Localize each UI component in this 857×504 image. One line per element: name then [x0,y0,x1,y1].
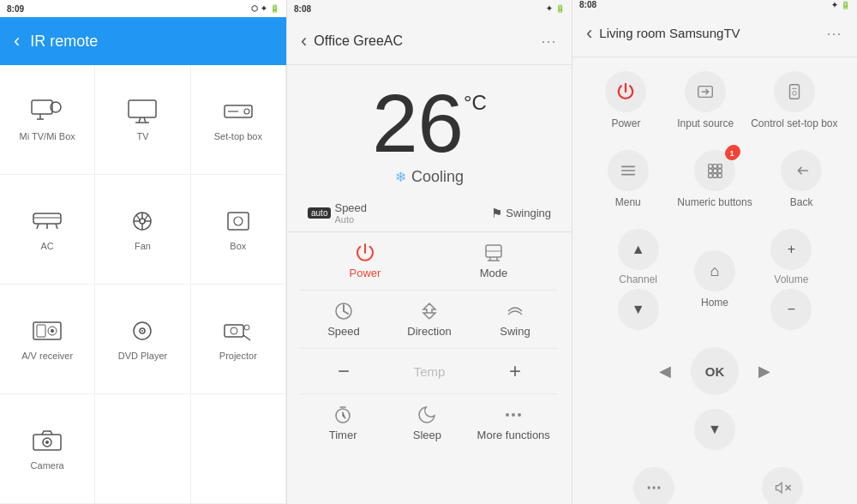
speed-label-ctrl: Speed [327,325,360,338]
stb-label: Set-top box [214,131,262,141]
direction-icon [419,301,440,321]
grid-item-av[interactable]: A/V receiver [0,285,95,394]
channel-group: ▲ Channel ▼ [618,229,659,330]
grid-item-tv[interactable]: TV [95,65,190,175]
svg-line-6 [139,117,141,123]
numeric-btn[interactable]: 1 Numeric buttons [677,150,752,208]
time-panel1: 8:09 [7,4,24,14]
ok-btn[interactable]: OK [691,347,739,395]
speed-label-info: Speed [334,201,367,214]
power-btn[interactable]: Power [331,243,399,279]
status-icons-panel2: ✦ 🔋 [546,4,565,13]
swing-info: ⚑ Swinging [491,206,551,221]
control-stb-label: Control set-top box [751,117,837,129]
more-btn-panel2[interactable]: ⋯ [541,32,558,51]
direction-btn[interactable]: Direction [395,301,464,338]
svg-rect-5 [129,100,156,117]
nav-row: ◀ OK ▶ [586,344,843,399]
mode-label: Mode [480,267,508,279]
timer-label: Timer [329,429,357,441]
time-panel2: 8:08 [294,4,311,14]
home-group: ⌂ Home [694,250,735,309]
sleep-label: Sleep [413,429,441,441]
more-functions-btn[interactable]: More functions [477,405,550,441]
swing-btn[interactable]: Swing [481,301,549,338]
temp-minus-btn[interactable]: − [309,359,378,383]
mode-label: Cooling [411,168,464,186]
menu-btn[interactable]: Menu [594,150,662,208]
channel-down-btn[interactable]: ▼ [618,289,659,330]
power-mode-row: Power Mode [301,232,558,291]
input-source-icon [685,71,726,112]
volume-label: Volume [774,273,808,285]
tv-power-btn[interactable]: Power [591,71,660,129]
status-icons-panel1: ⬡ ✦ 🔋 [251,4,279,13]
swing-label-ctrl: Swing [500,325,530,338]
nav-right-btn[interactable]: ▶ [749,356,780,387]
grid-item-camera[interactable]: Camera [0,394,95,504]
grid-item-stb[interactable]: Set-top box [191,65,286,175]
timer-btn[interactable]: Timer [309,405,377,441]
grid-item-fan[interactable]: Fan [95,175,190,285]
tv-top-row: Power Input source [586,64,843,136]
back-btn-panel2[interactable]: ‹ [301,30,307,52]
svg-line-7 [144,117,146,123]
grid-item-projector[interactable]: Projector [191,285,286,394]
swing-label-info: Swinging [506,207,551,219]
nav-left-btn[interactable]: ◀ [650,356,680,387]
grid-item-ac[interactable]: AC [0,175,95,285]
mode-btn[interactable]: Mode [459,243,528,279]
fan-label: Fan [135,241,151,251]
menu-label: Menu [615,196,641,208]
ir-remote-panel: 8:09 ⬡ ✦ 🔋 ‹ IR remote Mi TV/Mi Box [0,0,286,504]
svg-rect-23 [228,213,249,230]
mute-btn[interactable]: Mute [762,467,803,504]
nav-down-btn[interactable]: ▼ [694,409,735,450]
more-btn-panel3[interactable]: ⋯ [826,24,843,43]
nav-down-row: ▼ [586,405,843,453]
control-stb-btn[interactable]: Control set-top box [751,71,837,129]
more-functions-icon [503,405,524,425]
volume-down-btn[interactable]: − [770,289,812,330]
volume-up-btn[interactable]: + [770,229,812,270]
svg-rect-58 [709,169,713,173]
status-icons-panel3: ✦ 🔋 [831,1,850,9]
back-icon-panel1[interactable]: ‹ [14,30,20,52]
timer-sleep-more-row: Timer Sleep More functions [301,394,558,452]
back-tv-btn[interactable]: Back [767,150,836,208]
svg-point-65 [653,486,656,489]
panel2-header: ‹ Office GreeAC ⋯ [287,17,572,65]
grid-item-mi-tv[interactable]: Mi TV/Mi Box [0,65,95,175]
svg-rect-55 [709,165,713,169]
grid-item-dvd[interactable]: DVD Player [95,285,190,394]
status-bar-panel3: 8:08 ✦ 🔋 [572,0,857,9]
sleep-icon [417,405,437,425]
grid-item-box[interactable]: Box [191,175,286,285]
fan-icon [125,208,159,234]
swing-icon [505,301,525,321]
svg-point-33 [231,327,237,334]
panel3-header-left: ‹ Living room SamsungTV [586,22,740,45]
temp-plus-btn[interactable]: + [481,359,549,383]
input-source-btn[interactable]: Input source [671,71,740,129]
menu-svg [619,161,638,180]
svg-rect-1 [32,100,52,114]
speed-btn[interactable]: Speed [309,301,378,338]
extra-buttons-btn[interactable]: Extra buttons [626,467,682,504]
panel1-title: IR remote [30,33,98,51]
direction-label: Direction [407,325,451,338]
sleep-btn[interactable]: Sleep [393,405,461,441]
temp-display-ctrl: Temp [395,364,464,379]
home-btn[interactable]: ⌂ [694,250,735,291]
grid-item-empty1 [95,394,190,504]
ac-icon [30,208,64,234]
speed-icon [333,301,354,321]
ac-label: AC [41,241,54,251]
tv-power-label: Power [611,117,640,129]
channel-up-btn[interactable]: ▲ [618,229,659,270]
mute-svg [774,479,791,496]
stb-ctrl-svg [785,82,804,101]
back-btn-panel3[interactable]: ‹ [586,22,592,45]
control-stb-icon [774,71,815,112]
grid-item-empty2 [191,394,286,504]
